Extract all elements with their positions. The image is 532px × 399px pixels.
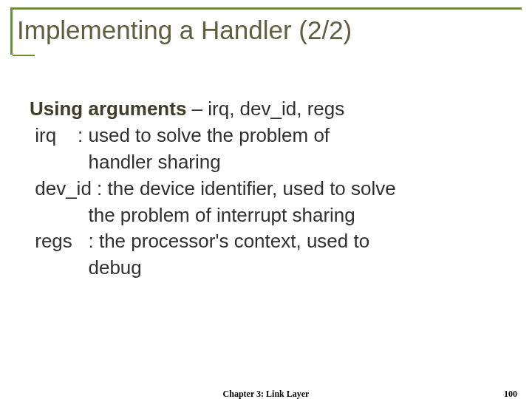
title-bar: Implementing a Handler (2/2) [10,7,522,55]
body-line: the problem of interrupt sharing [30,202,502,229]
slide-content: Using arguments – irq, dev_id, regs irq … [30,96,502,282]
slide-title: Implementing a Handler (2/2) [16,10,522,45]
lead-line: Using arguments – irq, dev_id, regs [30,96,502,123]
lead-rest: – irq, dev_id, regs [186,98,344,120]
body-line: debug [30,255,502,282]
lead-label: Using arguments [30,98,186,120]
footer-chapter: Chapter 3: Link Layer [223,389,310,399]
body-line: handler sharing [30,149,502,176]
footer-page-number: 100 [504,389,517,399]
body-line: dev_id : the device identifier, used to … [30,176,502,202]
body-line: irq : used to solve the problem of [30,123,502,149]
body-line: regs : the processor's context, used to [30,228,502,255]
